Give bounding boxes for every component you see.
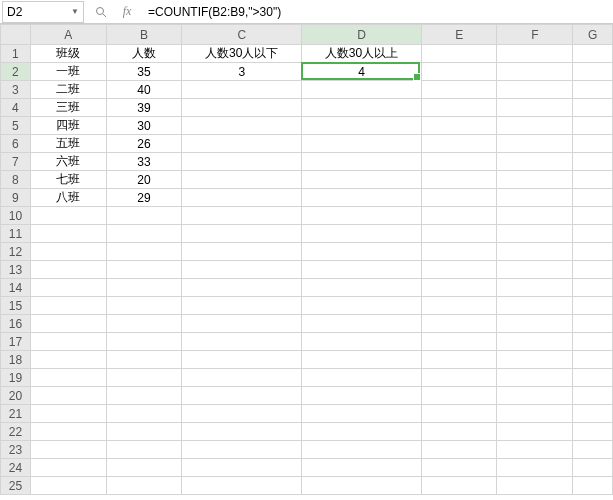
cell-G22[interactable] [573,423,613,441]
cell-B7[interactable]: 33 [106,153,182,171]
cell-B2[interactable]: 35 [106,63,182,81]
cell-F9[interactable] [497,189,573,207]
cell-E11[interactable] [421,225,497,243]
cell-F21[interactable] [497,405,573,423]
col-header-E[interactable]: E [421,25,497,45]
row-header-10[interactable]: 10 [1,207,31,225]
cell-E25[interactable] [421,477,497,495]
cell-F13[interactable] [497,261,573,279]
cell-C8[interactable] [182,171,302,189]
cell-G21[interactable] [573,405,613,423]
col-header-B[interactable]: B [106,25,182,45]
cell-C17[interactable] [182,333,302,351]
row-header-9[interactable]: 9 [1,189,31,207]
row-header-25[interactable]: 25 [1,477,31,495]
cell-F19[interactable] [497,369,573,387]
cell-F25[interactable] [497,477,573,495]
search-icon[interactable] [94,5,108,19]
cell-B1[interactable]: 人数 [106,45,182,63]
row-header-16[interactable]: 16 [1,315,31,333]
cell-E8[interactable] [421,171,497,189]
row-header-5[interactable]: 5 [1,117,31,135]
row-header-21[interactable]: 21 [1,405,31,423]
cell-C4[interactable] [182,99,302,117]
cell-A9[interactable]: 八班 [30,189,106,207]
cell-G1[interactable] [573,45,613,63]
row-header-18[interactable]: 18 [1,351,31,369]
cell-C11[interactable] [182,225,302,243]
row-header-1[interactable]: 1 [1,45,31,63]
row-header-3[interactable]: 3 [1,81,31,99]
cell-C3[interactable] [182,81,302,99]
cell-E10[interactable] [421,207,497,225]
cell-E4[interactable] [421,99,497,117]
cell-D15[interactable] [302,297,422,315]
cell-D3[interactable] [302,81,422,99]
cell-G8[interactable] [573,171,613,189]
cell-F7[interactable] [497,153,573,171]
cell-E15[interactable] [421,297,497,315]
cell-E20[interactable] [421,387,497,405]
cell-A3[interactable]: 二班 [30,81,106,99]
cell-C24[interactable] [182,459,302,477]
cell-C7[interactable] [182,153,302,171]
cell-F5[interactable] [497,117,573,135]
cell-G5[interactable] [573,117,613,135]
cell-A1[interactable]: 班级 [30,45,106,63]
cell-F2[interactable] [497,63,573,81]
cell-F8[interactable] [497,171,573,189]
cell-G16[interactable] [573,315,613,333]
cell-B8[interactable]: 20 [106,171,182,189]
cell-D20[interactable] [302,387,422,405]
row-header-14[interactable]: 14 [1,279,31,297]
cell-G13[interactable] [573,261,613,279]
cell-C9[interactable] [182,189,302,207]
col-header-G[interactable]: G [573,25,613,45]
cell-D16[interactable] [302,315,422,333]
cell-D18[interactable] [302,351,422,369]
cell-E1[interactable] [421,45,497,63]
cell-C6[interactable] [182,135,302,153]
row-header-2[interactable]: 2 [1,63,31,81]
cell-E19[interactable] [421,369,497,387]
cell-A24[interactable] [30,459,106,477]
col-header-F[interactable]: F [497,25,573,45]
cell-C16[interactable] [182,315,302,333]
cell-B13[interactable] [106,261,182,279]
cell-A14[interactable] [30,279,106,297]
cell-A2[interactable]: 一班 [30,63,106,81]
row-header-11[interactable]: 11 [1,225,31,243]
cell-D4[interactable] [302,99,422,117]
cell-C22[interactable] [182,423,302,441]
cell-B22[interactable] [106,423,182,441]
cell-D7[interactable] [302,153,422,171]
cell-B3[interactable]: 40 [106,81,182,99]
cell-G11[interactable] [573,225,613,243]
cell-E21[interactable] [421,405,497,423]
cell-F17[interactable] [497,333,573,351]
cell-G23[interactable] [573,441,613,459]
cell-A23[interactable] [30,441,106,459]
row-header-15[interactable]: 15 [1,297,31,315]
cell-G14[interactable] [573,279,613,297]
cell-D24[interactable] [302,459,422,477]
cell-A5[interactable]: 四班 [30,117,106,135]
cell-G6[interactable] [573,135,613,153]
cell-B17[interactable] [106,333,182,351]
cell-D19[interactable] [302,369,422,387]
cell-E23[interactable] [421,441,497,459]
row-header-13[interactable]: 13 [1,261,31,279]
cell-B10[interactable] [106,207,182,225]
col-header-D[interactable]: D [302,25,422,45]
cell-D1[interactable]: 人数30人以上 [302,45,422,63]
cell-B5[interactable]: 30 [106,117,182,135]
cell-B12[interactable] [106,243,182,261]
cell-G18[interactable] [573,351,613,369]
cell-A13[interactable] [30,261,106,279]
col-header-A[interactable]: A [30,25,106,45]
cell-C25[interactable] [182,477,302,495]
cell-A16[interactable] [30,315,106,333]
cell-C13[interactable] [182,261,302,279]
cell-B6[interactable]: 26 [106,135,182,153]
cell-D23[interactable] [302,441,422,459]
